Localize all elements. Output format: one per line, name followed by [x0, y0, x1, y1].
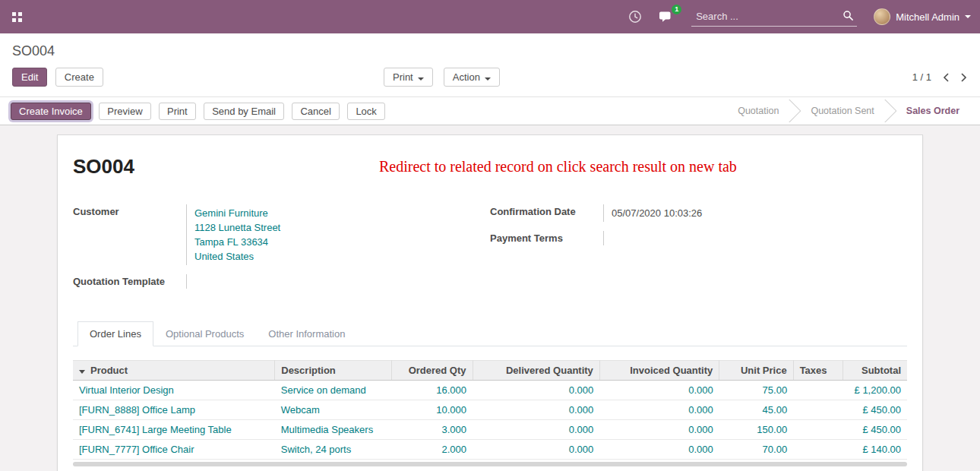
column-toggle-icon[interactable]: [79, 370, 85, 374]
cell-subtotal: £ 140.00: [843, 440, 907, 460]
breadcrumb: SO004: [12, 43, 968, 59]
col-delivered-qty: Delivered Quantity: [473, 361, 599, 381]
user-name: Mitchell Admin: [896, 11, 959, 23]
cell-unit-price: 70.00: [719, 440, 793, 460]
pager-previous-icon[interactable]: [942, 72, 950, 83]
cell-description: Service on demand: [275, 381, 392, 400]
col-subtotal: Subtotal: [843, 361, 907, 381]
cell-description: Switch, 24 ports: [275, 440, 392, 460]
print-button[interactable]: Print: [159, 103, 196, 120]
tab-order-lines[interactable]: Order Lines: [77, 321, 153, 346]
payment-terms-label: Payment Terms: [490, 231, 604, 245]
cell-delivered-qty: 0.000: [473, 381, 599, 400]
create-button[interactable]: Create: [55, 68, 103, 87]
quotation-template-label: Quotation Template: [73, 274, 187, 289]
pager-next-icon[interactable]: [960, 72, 968, 83]
cell-ordered-qty: 10.000: [392, 400, 473, 420]
cell-ordered-qty: 2.000: [392, 440, 473, 460]
cell-subtotal: £ 450.00: [843, 400, 907, 420]
table-header-row: Product Description Ordered Qty Delivere…: [73, 361, 907, 381]
state-quotation[interactable]: Quotation: [728, 100, 789, 122]
tab-other-information[interactable]: Other Information: [256, 321, 357, 346]
state-quotation-sent[interactable]: Quotation Sent: [801, 100, 884, 122]
pager: 1 / 1: [912, 71, 968, 83]
customer-country: United States: [194, 249, 280, 264]
cp-center-buttons: Print Action: [384, 68, 500, 87]
cancel-button[interactable]: Cancel: [292, 103, 339, 120]
customer-city: Tampa FL 33634: [194, 235, 280, 249]
notebook-tabs: Order Lines Optional Products Other Info…: [73, 321, 907, 346]
cp-left-buttons: Edit Create: [12, 68, 103, 87]
cell-product: [FURN_7777] Office Chair: [73, 440, 275, 460]
table-row[interactable]: [FURN_6741] Large Meeting Table Multimed…: [73, 420, 907, 440]
send-by-email-button[interactable]: Send by Email: [204, 103, 284, 120]
cell-product: [FURN_8888] Office Lamp: [73, 400, 275, 420]
col-invoiced-qty: Invoiced Quantity: [599, 361, 719, 381]
messages-badge: 1: [672, 5, 681, 14]
confirmation-date-label: Confirmation Date: [490, 204, 604, 222]
chevron-down-icon: [418, 77, 424, 81]
cell-invoiced-qty: 0.000: [599, 381, 719, 400]
table-row[interactable]: [FURN_7777] Office Chair Switch, 24 port…: [73, 440, 907, 460]
table-row[interactable]: Virtual Interior Design Service on deman…: [73, 381, 907, 400]
cell-unit-price: 75.00: [719, 381, 793, 400]
top-navbar: 1 Mitchell Admin: [0, 0, 980, 33]
customer-link[interactable]: Gemini Furniture: [194, 207, 268, 219]
customer-value: Gemini Furniture 1128 Lunetta Street Tam…: [187, 204, 280, 265]
cell-invoiced-qty: 0.000: [599, 420, 719, 440]
confirmation-date-value: 05/07/2020 10:03:26: [604, 204, 702, 222]
create-invoice-button[interactable]: Create Invoice: [11, 103, 91, 120]
cell-delivered-qty: 0.000: [473, 400, 599, 420]
search-icon[interactable]: [842, 10, 854, 24]
breadcrumb-bar: SO004: [0, 33, 980, 61]
search-input[interactable]: [691, 7, 857, 27]
control-panel-buttons: Edit Create Print Action 1 / 1: [0, 61, 980, 96]
edit-button[interactable]: Edit: [12, 68, 47, 87]
state-sales-order[interactable]: Sales Order: [896, 100, 969, 122]
cell-taxes: [793, 420, 843, 440]
customer-street: 1128 Lunetta Street: [194, 220, 280, 235]
statusbar-buttons: Create Invoice Preview Print Send by Ema…: [11, 103, 385, 120]
annotation-text: Redirect to related record on click sear…: [379, 158, 737, 175]
lock-button[interactable]: Lock: [347, 103, 384, 120]
cell-ordered-qty: 16.000: [392, 381, 473, 400]
status-pipeline: Quotation Quotation Sent Sales Order: [728, 100, 969, 122]
document-title: SO004: [73, 155, 134, 179]
user-menu[interactable]: Mitchell Admin: [874, 8, 971, 25]
messages-icon[interactable]: 1: [659, 10, 675, 24]
chevron-down-icon: [965, 15, 971, 18]
cell-description: Webcam: [275, 400, 392, 420]
pager-value[interactable]: 1 / 1: [912, 71, 931, 83]
col-unit-price: Unit Price: [719, 361, 793, 381]
cell-invoiced-qty: 0.000: [599, 400, 719, 420]
order-lines-table: Product Description Ordered Qty Delivere…: [73, 360, 907, 460]
cell-invoiced-qty: 0.000: [599, 440, 719, 460]
activities-clock-icon[interactable]: [628, 10, 642, 24]
preview-button[interactable]: Preview: [99, 103, 150, 120]
col-taxes: Taxes: [793, 361, 843, 381]
cell-taxes: [793, 381, 843, 400]
col-description: Description: [275, 361, 392, 381]
table-row[interactable]: [FURN_8888] Office Lamp Webcam 10.000 0.…: [73, 400, 907, 420]
sales-order-sheet: SO004 Redirect to related record on clic…: [57, 134, 923, 471]
cell-product: Virtual Interior Design: [73, 381, 275, 400]
cell-product: [FURN_6741] Large Meeting Table: [73, 420, 275, 440]
state-separator: [789, 100, 801, 122]
search-box: [691, 7, 857, 27]
action-dropdown[interactable]: Action: [444, 68, 500, 87]
cell-taxes: [793, 440, 843, 460]
state-separator: [884, 100, 896, 122]
customer-label: Customer: [73, 204, 187, 265]
right-field-group: Confirmation Date 05/07/2020 10:03:26 Pa…: [490, 204, 907, 298]
table-scrollbar[interactable]: [73, 462, 907, 466]
cell-delivered-qty: 0.000: [473, 440, 599, 460]
apps-menu-icon[interactable]: [9, 9, 25, 25]
col-product: Product: [73, 361, 275, 381]
avatar: [874, 8, 890, 25]
print-dropdown[interactable]: Print: [384, 68, 433, 87]
payment-terms-value: [604, 231, 612, 245]
content-area: SO004 Redirect to related record on clic…: [0, 125, 980, 471]
quotation-template-value: [187, 274, 194, 289]
cell-taxes: [793, 400, 843, 420]
tab-optional-products[interactable]: Optional Products: [153, 321, 256, 346]
